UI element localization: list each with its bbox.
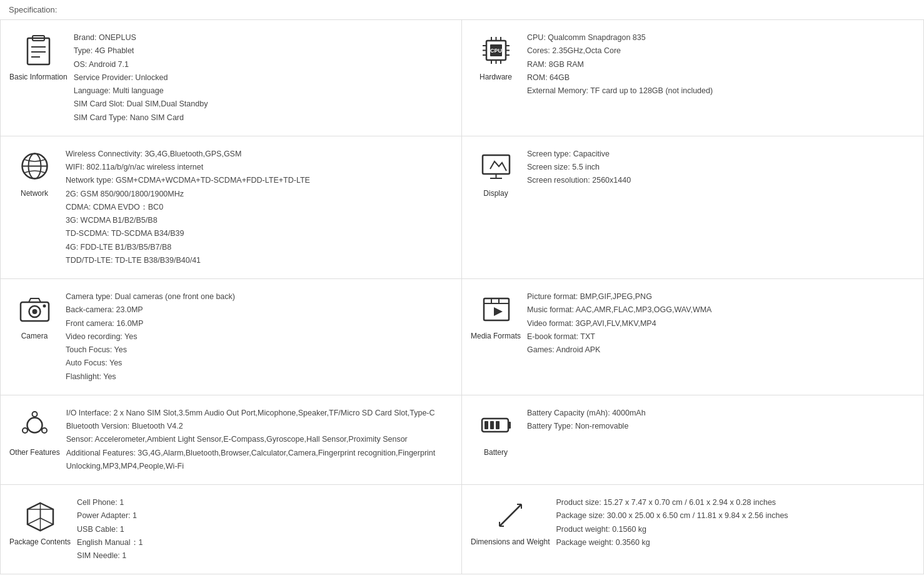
icon-wrap-battery: Battery — [471, 407, 527, 457]
cell-network: Network Wireless Connectivity: 3G,4G,Blu… — [1, 136, 462, 279]
cell-hardware: CPU Hardware CPU: Qualcomm Sna — [462, 20, 923, 136]
label-basic-information: Basic Information — [9, 73, 68, 81]
svg-rect-45 — [490, 421, 494, 429]
svg-line-41 — [27, 429, 28, 429]
icon-wrap-hardware: CPU Hardware — [471, 31, 527, 81]
details-other-features: I/O Interface: 2 x Nano SIM Slot,3.5mm A… — [66, 407, 453, 473]
icon-wrap-dimensions: Dimensions and Weight — [471, 496, 556, 546]
label-media-formats: Media Formats — [471, 332, 521, 340]
other-icon — [16, 407, 53, 444]
label-network: Network — [21, 189, 48, 198]
svg-marker-34 — [494, 307, 503, 316]
dimensions-icon — [491, 496, 529, 534]
details-network: Wireless Connectivity: 3G,4G,Bluetooth,G… — [66, 148, 453, 267]
svg-point-35 — [27, 418, 42, 433]
cpu-icon: CPU — [477, 31, 515, 69]
svg-rect-23 — [483, 155, 510, 174]
icon-wrap-display: Display — [471, 148, 527, 198]
details-media-formats: Picture format: BMP,GIF,JPEG,PNG Music f… — [527, 290, 915, 357]
svg-rect-44 — [485, 421, 488, 429]
svg-rect-46 — [496, 421, 500, 429]
globe-icon — [16, 148, 53, 185]
icon-wrap-camera: Camera — [9, 290, 66, 340]
cell-battery: Battery Battery Capacity (mAh): 4000mAh … — [462, 395, 923, 485]
svg-point-36 — [32, 412, 37, 417]
icon-wrap-media: Media Formats — [471, 290, 527, 340]
label-display: Display — [483, 189, 508, 198]
svg-line-59 — [503, 507, 518, 523]
cell-media-formats: Media Formats Picture format: BMP,GIF,JP… — [462, 279, 923, 395]
cell-package-contents: Package Contents Cell Phone: 1 Power Ada… — [1, 485, 462, 574]
spec-grid: Basic Information Brand: ONEPLUS Type: 4… — [0, 20, 924, 574]
svg-rect-43 — [508, 422, 511, 429]
icon-wrap-basic: Basic Information — [9, 31, 74, 81]
package-icon — [21, 496, 59, 534]
cell-display: Display Screen type: Capacitive Screen s… — [462, 136, 923, 279]
details-package-contents: Cell Phone: 1 Power Adapter: 1 USB Cable… — [77, 496, 453, 562]
details-display: Screen type: Capacitive Screen size: 5.5… — [527, 148, 915, 188]
label-other-features: Other Features — [9, 448, 60, 457]
label-camera: Camera — [21, 332, 48, 340]
label-dimensions-weight: Dimensions and Weight — [471, 537, 550, 546]
display-icon — [477, 148, 515, 185]
spec-title: Specification: — [0, 0, 924, 20]
details-battery: Battery Capacity (mAh): 4000mAh Battery … — [527, 407, 915, 434]
clipboard-icon — [19, 31, 57, 69]
label-package-contents: Package Contents — [9, 537, 71, 546]
details-basic-information: Brand: ONEPLUS Type: 4G Phablet OS: Andr… — [74, 31, 453, 125]
media-icon — [477, 290, 515, 328]
details-camera: Camera type: Dual cameras (one front one… — [66, 290, 453, 384]
svg-point-38 — [23, 428, 28, 433]
svg-line-51 — [40, 518, 53, 524]
cell-other-features: Other Features I/O Interface: 2 x Nano S… — [1, 395, 462, 485]
svg-point-29 — [43, 304, 46, 307]
svg-line-50 — [28, 518, 41, 524]
cell-basic-information: Basic Information Brand: ONEPLUS Type: 4… — [1, 20, 462, 136]
icon-wrap-network: Network — [9, 148, 66, 198]
icon-wrap-package: Package Contents — [9, 496, 77, 546]
icon-wrap-other: Other Features — [9, 407, 66, 457]
camera-icon — [16, 290, 53, 328]
svg-point-37 — [42, 428, 47, 433]
label-battery: Battery — [484, 448, 508, 457]
battery-icon — [477, 407, 515, 444]
svg-point-28 — [32, 309, 37, 314]
details-dimensions-weight: Product size: 15.27 x 7.47 x 0.70 cm / 6… — [556, 496, 915, 549]
svg-line-40 — [41, 429, 42, 429]
svg-text:CPU: CPU — [490, 48, 501, 54]
label-hardware: Hardware — [480, 73, 512, 81]
cell-dimensions-weight: Dimensions and Weight Product size: 15.2… — [462, 485, 923, 574]
cell-camera: Camera Camera type: Dual cameras (one fr… — [1, 279, 462, 395]
details-hardware: CPU: Qualcomm Snapdragon 835 Cores: 2.35… — [527, 31, 915, 98]
